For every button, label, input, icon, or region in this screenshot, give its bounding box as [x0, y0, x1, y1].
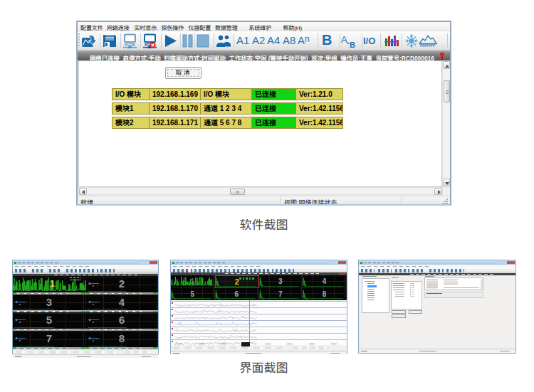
- svg-text:A: A: [341, 34, 347, 45]
- svg-text:B: B: [350, 41, 355, 48]
